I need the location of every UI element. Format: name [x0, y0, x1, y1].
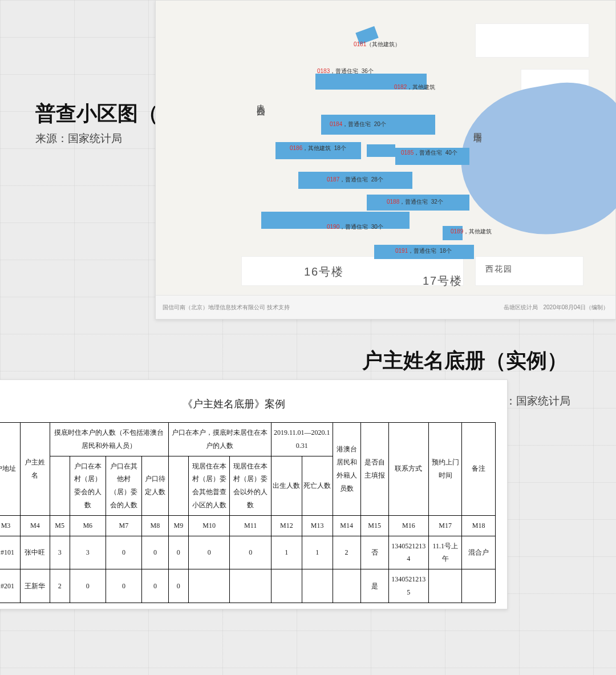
map-footer: 国信司南（北京）地理信息技术有限公司 技术支持 岳塘区统计局 2020年08月0…	[156, 295, 615, 319]
cell-m17	[428, 569, 461, 603]
cell-m10	[188, 569, 230, 603]
code-M7: M7	[106, 515, 141, 536]
code-M6: M6	[70, 515, 106, 536]
col-m13: 死亡人数	[302, 456, 333, 515]
cell-m9: 0	[168, 569, 188, 603]
cell-m15: 是	[360, 569, 388, 603]
code-M3: M3	[0, 515, 21, 536]
map-canvas: 0181（其他建筑） 0183，普通住宅 36个 0182，其他建筑 0184，…	[156, 1, 615, 295]
col-m9	[168, 456, 188, 515]
bldg-0189: 0189，其他建筑	[451, 228, 492, 236]
code-M10: M10	[188, 515, 230, 536]
cell-m10: 0	[188, 536, 230, 569]
cell-m17: 11.1号上午	[428, 536, 461, 569]
cell-m11	[230, 569, 271, 603]
bldg-0188: 0188，普通住宅 32个	[387, 198, 443, 206]
cell-m9: 0	[168, 536, 188, 569]
col-m12: 出生人数	[271, 456, 302, 515]
table-image: 《户主姓名底册》案例 住房单元号 户地址 户主姓名 摸底时住本户的人数（不包括港…	[0, 379, 508, 609]
cell-m3: 1#201	[0, 569, 21, 603]
cell-m6: 3	[70, 536, 106, 569]
park-label: 人民公园	[256, 98, 266, 102]
map-footer-right: 岳塘区统计局 2020年08月04日（编制）	[504, 304, 609, 312]
cell-m6: 0	[70, 569, 106, 603]
cell-m15: 否	[360, 536, 388, 569]
cell-m3: 1#101	[0, 536, 21, 569]
col-m6: 户口在本村（居）委会的人数	[70, 456, 106, 515]
code-M11: M11	[230, 515, 271, 536]
code-M9: M9	[168, 515, 188, 536]
col-m8: 户口待定人数	[142, 456, 169, 515]
code-M15: M15	[360, 515, 388, 536]
col-m11: 现居住在本村（居）委会以外的人数	[230, 456, 271, 515]
code-M5: M5	[50, 515, 70, 536]
col-m3: 户地址	[0, 423, 21, 516]
col-m16: 联系方式	[388, 423, 428, 516]
cell-m16: 13405212135	[388, 569, 428, 603]
cell-m7: 0	[106, 569, 141, 603]
col-m10: 现居住在本村（居）委会其他普查小区的人数	[188, 456, 230, 515]
bldg-0191: 0191，普通住宅 18个	[395, 247, 452, 255]
cell-m18: 混合户	[462, 536, 496, 569]
bldg-0185: 0185，普通住宅 40个	[401, 149, 457, 157]
cell-m8: 0	[142, 569, 169, 603]
col-m7: 户口在其他村（居）委会的人数	[106, 456, 141, 515]
lake	[450, 72, 616, 248]
bldg-0181: 0181（其他建筑）	[354, 41, 400, 48]
b16-label: 16号楼	[304, 264, 344, 280]
cell-m13: 1	[302, 536, 333, 569]
section2-title: 户主姓名底册（实例）	[362, 347, 568, 375]
bldg-0187: 0187，普通住宅 28个	[327, 176, 383, 184]
col-group-b: 户口在本户，摸底时未居住在本户的人数	[168, 423, 271, 456]
cell-m8: 0	[142, 536, 169, 569]
map-footer-left: 国信司南（北京）地理信息技术有限公司 技术支持	[163, 304, 290, 312]
col-m18: 备注	[462, 423, 496, 516]
code-M13: M13	[302, 515, 333, 536]
col-group-a: 摸底时住本户的人数（不包括港澳台居民和外籍人员）	[50, 423, 168, 456]
cell-m11: 0	[230, 536, 271, 569]
cell-m18	[462, 569, 496, 603]
col-m5	[50, 456, 70, 515]
code-M4: M4	[21, 515, 50, 536]
cell-m14: 2	[333, 536, 360, 569]
bldg-0182: 0182，其他建筑	[394, 83, 435, 91]
b17-label: 17号楼	[423, 273, 463, 289]
garden-label: 西花园	[485, 264, 513, 274]
code-M8: M8	[142, 515, 169, 536]
cell-m12: 1	[271, 536, 302, 569]
cell-m4: 张中旺	[21, 536, 50, 569]
table-row: 21#201王新华20000是13405212135	[0, 569, 496, 603]
section1-source: 来源：国家统计局	[35, 131, 122, 146]
register-table: 住房单元号 户地址 户主姓名 摸底时住本户的人数（不包括港澳台居民和外籍人员） …	[0, 422, 496, 603]
codes-row: M2M3M4M5M6M7M8M9M10M11M12M13M14M15M16M17…	[0, 515, 496, 536]
code-M12: M12	[271, 515, 302, 536]
col-m15: 是否自主填报	[360, 423, 388, 516]
cell-m16: 13405212134	[388, 536, 428, 569]
code-M16: M16	[388, 515, 428, 536]
cell-m5: 2	[50, 569, 70, 603]
cell-m13	[302, 569, 333, 603]
map-image: 0181（其他建筑） 0183，普通住宅 36个 0182，其他建筑 0184，…	[155, 0, 616, 320]
bldg-0183: 0183，普通住宅 36个	[317, 67, 374, 75]
code-M18: M18	[462, 515, 496, 536]
col-m17: 预约上门时间	[428, 423, 461, 516]
code-M17: M17	[428, 515, 461, 536]
cell-m14	[333, 569, 360, 603]
col-group-c: 2019.11.01—2020.10.31	[271, 423, 333, 456]
col-m14: 港澳台居民和外籍人员数	[333, 423, 360, 516]
bldg-0190: 0190，普通住宅 30个	[327, 223, 383, 231]
cell-m5: 3	[50, 536, 70, 569]
code-M14: M14	[333, 515, 360, 536]
cell-m7: 0	[106, 536, 141, 569]
table-doc-title: 《户主姓名底册》案例	[0, 397, 496, 411]
col-m4: 户主姓名	[21, 423, 50, 516]
bldg-0186: 0186，其他建筑 18个	[290, 144, 346, 152]
table-row: 11#101张中旺3300000112否1340521213411.1号上午混合…	[0, 536, 496, 569]
wall-label: 围墙	[472, 126, 483, 128]
bldg-0184: 0184，普通住宅 20个	[330, 120, 386, 128]
cell-m12	[271, 569, 302, 603]
cell-m4: 王新华	[21, 569, 50, 603]
table-body: 11#101张中旺3300000112否1340521213411.1号上午混合…	[0, 536, 496, 603]
